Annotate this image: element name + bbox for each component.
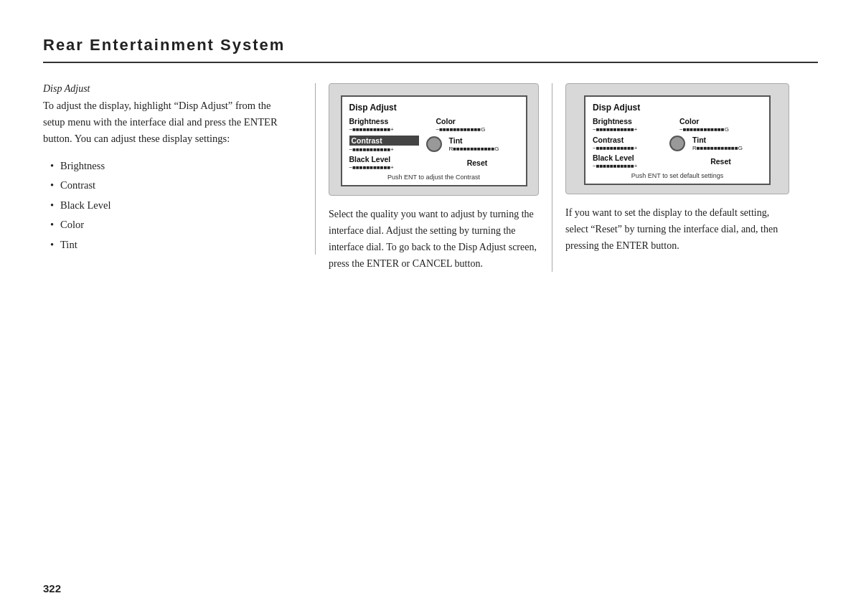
middle-column: Disp Adjust Brightness −■■■■■■■■■■■+ Col…	[316, 83, 552, 272]
right-brightness-cell: Brightness −■■■■■■■■■■■+	[593, 117, 675, 133]
right-caption: If you want to set the display to the de…	[565, 204, 789, 254]
right-black-level-row: Black Level −■■■■■■■■■■■+ Reset	[593, 153, 762, 169]
section-title: Disp Adjust	[43, 83, 293, 95]
right-black-level-bar: −■■■■■■■■■■■+	[593, 163, 675, 169]
mid-caption: Select the quality you want to adjust by…	[329, 206, 539, 272]
mid-tint-bar: R■■■■■■■■■■■■G	[449, 146, 519, 152]
section-body: To adjust the display, highlight “Disp A…	[43, 98, 293, 148]
right-disp-screen: Disp Adjust Brightness −■■■■■■■■■■■+ Col…	[584, 95, 771, 185]
right-screen-title: Disp Adjust	[593, 103, 762, 113]
right-color-label: Color	[679, 117, 762, 125]
list-item: Color	[50, 215, 293, 235]
right-screen-container: Disp Adjust Brightness −■■■■■■■■■■■+ Col…	[565, 83, 789, 194]
right-top-grid: Brightness −■■■■■■■■■■■+ Color −■■■■■■■■…	[593, 117, 762, 133]
page-header: Rear Entertainment System	[43, 0, 818, 63]
mid-contrast-bar: −■■■■■■■■■■■+	[349, 146, 419, 153]
mid-reset-cell: Reset	[436, 155, 519, 171]
list-item: Brightness	[50, 156, 293, 176]
mid-brightness-bar: −■■■■■■■■■■■+	[349, 126, 432, 133]
right-reset-label: Reset	[710, 157, 731, 166]
right-black-level-cell: Black Level −■■■■■■■■■■■+	[593, 153, 675, 169]
main-content: Disp Adjust To adjust the display, highl…	[43, 83, 818, 272]
mid-color-label: Color	[436, 117, 519, 125]
right-contrast-row: Contrast −■■■■■■■■■■■+ Tint R■■■■■■■■■■■…	[593, 136, 762, 151]
page-number: 322	[43, 582, 61, 594]
page-container: Rear Entertainment System Disp Adjust To…	[0, 0, 861, 616]
right-reset-cell: Reset	[679, 153, 762, 169]
right-brightness-label: Brightness	[593, 117, 675, 125]
right-contrast-bar: −■■■■■■■■■■■+	[593, 145, 662, 151]
mid-contrast-label: Contrast	[349, 136, 419, 146]
bullet-list: Brightness Contrast Black Level Color Ti…	[43, 156, 293, 255]
left-column: Disp Adjust To adjust the display, highl…	[43, 83, 316, 255]
mid-contrast-row: Contrast −■■■■■■■■■■■+ Tint R■■■■■■■■■■■…	[349, 136, 519, 153]
right-tint-label: Tint	[692, 136, 762, 144]
mid-contrast-cell: Contrast −■■■■■■■■■■■+	[349, 136, 419, 153]
list-item: Black Level	[50, 196, 293, 216]
mid-disp-screen: Disp Adjust Brightness −■■■■■■■■■■■+ Col…	[341, 95, 527, 186]
mid-black-level-label: Black Level	[349, 155, 432, 164]
mid-reset-label: Reset	[467, 158, 488, 167]
mid-brightness-label: Brightness	[349, 117, 432, 125]
mid-brightness-cell: Brightness −■■■■■■■■■■■+	[349, 117, 432, 133]
right-brightness-bar: −■■■■■■■■■■■+	[593, 126, 675, 133]
right-color-bar: −■■■■■■■■■■■■G	[679, 126, 762, 133]
mid-black-level-bar: −■■■■■■■■■■■+	[349, 164, 432, 171]
right-color-cell: Color −■■■■■■■■■■■■G	[679, 117, 762, 133]
mid-screen-title: Disp Adjust	[349, 103, 519, 113]
right-tint-cell: Tint R■■■■■■■■■■■■G	[692, 136, 762, 151]
mid-tint-cell: Tint R■■■■■■■■■■■■G	[449, 136, 519, 152]
mid-footer-text: Push ENT to adjust the Contrast	[349, 174, 519, 181]
list-item: Tint	[50, 235, 293, 255]
mid-dial	[426, 136, 442, 152]
right-contrast-label: Contrast	[593, 136, 662, 144]
mid-black-level-row: Black Level −■■■■■■■■■■■+ Reset	[349, 155, 519, 171]
mid-tint-label: Tint	[449, 136, 519, 145]
right-contrast-cell: Contrast −■■■■■■■■■■■+	[593, 136, 662, 151]
right-tint-bar: R■■■■■■■■■■■■G	[692, 145, 762, 151]
mid-color-cell: Color −■■■■■■■■■■■■G	[436, 117, 519, 133]
mid-black-level-cell: Black Level −■■■■■■■■■■■+	[349, 155, 432, 171]
mid-color-bar: −■■■■■■■■■■■■G	[436, 126, 519, 133]
right-black-level-label: Black Level	[593, 153, 675, 162]
mid-top-grid: Brightness −■■■■■■■■■■■+ Color −■■■■■■■■…	[349, 117, 519, 133]
list-item: Contrast	[50, 176, 293, 196]
mid-screen-container: Disp Adjust Brightness −■■■■■■■■■■■+ Col…	[329, 83, 539, 196]
right-column: Disp Adjust Brightness −■■■■■■■■■■■+ Col…	[552, 83, 789, 254]
right-footer-text: Push ENT to set default settings	[593, 172, 762, 179]
right-dial	[669, 136, 685, 151]
page-title: Rear Entertainment System	[43, 36, 285, 54]
